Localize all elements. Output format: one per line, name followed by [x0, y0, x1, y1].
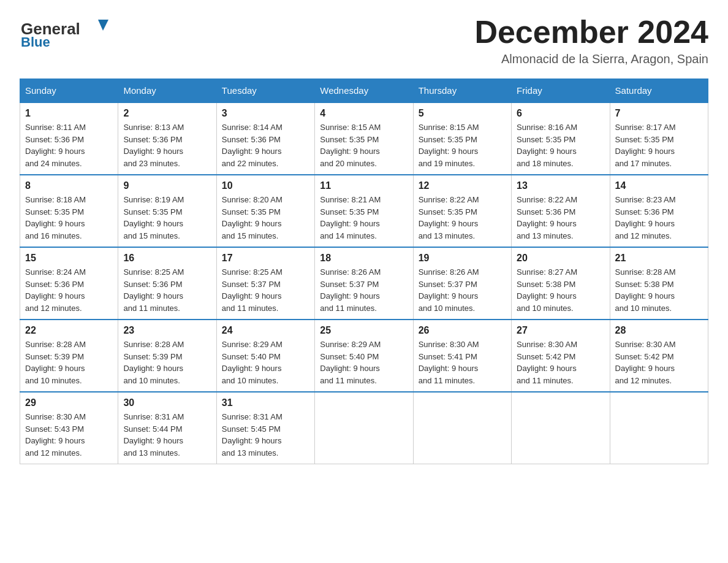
day-info: Sunrise: 8:13 AMSunset: 5:36 PMDaylight:…	[123, 121, 211, 169]
title-section: December 2024 Almonacid de la Sierra, Ar…	[474, 15, 708, 66]
location-title: Almonacid de la Sierra, Aragon, Spain	[474, 52, 708, 66]
day-number: 26	[419, 325, 506, 336]
day-cell-14: 14Sunrise: 8:23 AMSunset: 5:36 PMDayligh…	[610, 175, 708, 247]
day-info: Sunrise: 8:31 AMSunset: 5:44 PMDaylight:…	[123, 411, 211, 459]
day-number: 23	[123, 325, 211, 336]
logo: General Blue	[20, 15, 118, 48]
day-number: 25	[320, 325, 408, 336]
day-cell-2: 2Sunrise: 8:13 AMSunset: 5:36 PMDaylight…	[118, 102, 216, 175]
day-number: 9	[123, 180, 211, 191]
day-cell-17: 17Sunrise: 8:25 AMSunset: 5:37 PMDayligh…	[216, 247, 314, 320]
day-number: 6	[517, 108, 604, 119]
week-row-3: 15Sunrise: 8:24 AMSunset: 5:36 PMDayligh…	[20, 247, 708, 320]
day-info: Sunrise: 8:28 AMSunset: 5:39 PMDaylight:…	[123, 339, 211, 386]
day-cell-23: 23Sunrise: 8:28 AMSunset: 5:39 PMDayligh…	[118, 320, 216, 392]
day-cell-25: 25Sunrise: 8:29 AMSunset: 5:40 PMDayligh…	[315, 320, 413, 392]
header-thursday: Thursday	[413, 79, 511, 103]
week-row-5: 29Sunrise: 8:30 AMSunset: 5:43 PMDayligh…	[20, 392, 708, 464]
day-info: Sunrise: 8:27 AMSunset: 5:38 PMDaylight:…	[517, 266, 604, 314]
day-cell-26: 26Sunrise: 8:30 AMSunset: 5:41 PMDayligh…	[413, 320, 511, 392]
logo-svg: General Blue	[20, 15, 118, 48]
month-title: December 2024	[474, 15, 708, 50]
svg-marker-1	[98, 20, 108, 31]
day-cell-29: 29Sunrise: 8:30 AMSunset: 5:43 PMDayligh…	[20, 392, 118, 464]
day-number: 1	[25, 108, 113, 119]
day-cell-16: 16Sunrise: 8:25 AMSunset: 5:36 PMDayligh…	[118, 247, 216, 320]
day-number: 16	[123, 253, 211, 264]
day-info: Sunrise: 8:22 AMSunset: 5:36 PMDaylight:…	[517, 194, 604, 242]
day-number: 13	[517, 180, 604, 191]
day-info: Sunrise: 8:24 AMSunset: 5:36 PMDaylight:…	[25, 266, 113, 314]
day-number: 31	[222, 397, 309, 408]
day-cell-27: 27Sunrise: 8:30 AMSunset: 5:42 PMDayligh…	[512, 320, 610, 392]
day-info: Sunrise: 8:22 AMSunset: 5:35 PMDaylight:…	[419, 194, 506, 242]
day-info: Sunrise: 8:30 AMSunset: 5:41 PMDaylight:…	[419, 339, 506, 386]
page-header: General Blue December 2024 Almonacid de …	[20, 15, 708, 66]
day-cell-8: 8Sunrise: 8:18 AMSunset: 5:35 PMDaylight…	[20, 175, 118, 247]
day-cell-1: 1Sunrise: 8:11 AMSunset: 5:36 PMDaylight…	[20, 102, 118, 175]
day-number: 30	[123, 397, 211, 408]
day-cell-10: 10Sunrise: 8:20 AMSunset: 5:35 PMDayligh…	[216, 175, 314, 247]
day-info: Sunrise: 8:15 AMSunset: 5:35 PMDaylight:…	[320, 121, 408, 169]
header-friday: Friday	[512, 79, 610, 103]
day-number: 14	[615, 180, 703, 191]
day-cell-12: 12Sunrise: 8:22 AMSunset: 5:35 PMDayligh…	[413, 175, 511, 247]
day-cell-9: 9Sunrise: 8:19 AMSunset: 5:35 PMDaylight…	[118, 175, 216, 247]
day-info: Sunrise: 8:11 AMSunset: 5:36 PMDaylight:…	[25, 121, 113, 169]
header-tuesday: Tuesday	[216, 79, 314, 103]
day-info: Sunrise: 8:30 AMSunset: 5:43 PMDaylight:…	[25, 411, 113, 459]
day-info: Sunrise: 8:14 AMSunset: 5:36 PMDaylight:…	[222, 121, 309, 169]
day-number: 15	[25, 253, 113, 264]
day-cell-20: 20Sunrise: 8:27 AMSunset: 5:38 PMDayligh…	[512, 247, 610, 320]
day-info: Sunrise: 8:29 AMSunset: 5:40 PMDaylight:…	[320, 339, 408, 386]
day-number: 21	[615, 253, 703, 264]
day-number: 3	[222, 108, 309, 119]
day-number: 28	[615, 325, 703, 336]
day-cell-7: 7Sunrise: 8:17 AMSunset: 5:35 PMDaylight…	[610, 102, 708, 175]
day-cell-15: 15Sunrise: 8:24 AMSunset: 5:36 PMDayligh…	[20, 247, 118, 320]
day-number: 29	[25, 397, 113, 408]
day-number: 2	[123, 108, 211, 119]
day-number: 20	[517, 253, 604, 264]
day-number: 17	[222, 253, 309, 264]
weekday-header-row: SundayMondayTuesdayWednesdayThursdayFrid…	[20, 79, 708, 103]
day-cell-13: 13Sunrise: 8:22 AMSunset: 5:36 PMDayligh…	[512, 175, 610, 247]
day-number: 8	[25, 180, 113, 191]
day-number: 19	[419, 253, 506, 264]
day-cell-5: 5Sunrise: 8:15 AMSunset: 5:35 PMDaylight…	[413, 102, 511, 175]
day-info: Sunrise: 8:30 AMSunset: 5:42 PMDaylight:…	[615, 339, 703, 386]
empty-cell	[315, 392, 413, 464]
empty-cell	[610, 392, 708, 464]
week-row-4: 22Sunrise: 8:28 AMSunset: 5:39 PMDayligh…	[20, 320, 708, 392]
day-cell-24: 24Sunrise: 8:29 AMSunset: 5:40 PMDayligh…	[216, 320, 314, 392]
day-info: Sunrise: 8:18 AMSunset: 5:35 PMDaylight:…	[25, 194, 113, 242]
day-number: 4	[320, 108, 408, 119]
day-number: 22	[25, 325, 113, 336]
day-cell-31: 31Sunrise: 8:31 AMSunset: 5:45 PMDayligh…	[216, 392, 314, 464]
day-info: Sunrise: 8:26 AMSunset: 5:37 PMDaylight:…	[320, 266, 408, 314]
day-cell-3: 3Sunrise: 8:14 AMSunset: 5:36 PMDaylight…	[216, 102, 314, 175]
day-cell-19: 19Sunrise: 8:26 AMSunset: 5:37 PMDayligh…	[413, 247, 511, 320]
day-info: Sunrise: 8:19 AMSunset: 5:35 PMDaylight:…	[123, 194, 211, 242]
day-info: Sunrise: 8:25 AMSunset: 5:36 PMDaylight:…	[123, 266, 211, 314]
day-number: 27	[517, 325, 604, 336]
day-info: Sunrise: 8:15 AMSunset: 5:35 PMDaylight:…	[419, 121, 506, 169]
day-info: Sunrise: 8:20 AMSunset: 5:35 PMDaylight:…	[222, 194, 309, 242]
empty-cell	[512, 392, 610, 464]
day-cell-30: 30Sunrise: 8:31 AMSunset: 5:44 PMDayligh…	[118, 392, 216, 464]
day-number: 10	[222, 180, 309, 191]
day-info: Sunrise: 8:26 AMSunset: 5:37 PMDaylight:…	[419, 266, 506, 314]
day-info: Sunrise: 8:17 AMSunset: 5:35 PMDaylight:…	[615, 121, 703, 169]
day-cell-11: 11Sunrise: 8:21 AMSunset: 5:35 PMDayligh…	[315, 175, 413, 247]
day-info: Sunrise: 8:25 AMSunset: 5:37 PMDaylight:…	[222, 266, 309, 314]
empty-cell	[413, 392, 511, 464]
calendar-table: SundayMondayTuesdayWednesdayThursdayFrid…	[20, 79, 708, 464]
day-info: Sunrise: 8:28 AMSunset: 5:38 PMDaylight:…	[615, 266, 703, 314]
header-sunday: Sunday	[20, 79, 118, 103]
day-number: 12	[419, 180, 506, 191]
day-info: Sunrise: 8:23 AMSunset: 5:36 PMDaylight:…	[615, 194, 703, 242]
day-cell-21: 21Sunrise: 8:28 AMSunset: 5:38 PMDayligh…	[610, 247, 708, 320]
week-row-1: 1Sunrise: 8:11 AMSunset: 5:36 PMDaylight…	[20, 102, 708, 175]
day-info: Sunrise: 8:29 AMSunset: 5:40 PMDaylight:…	[222, 339, 309, 386]
day-number: 24	[222, 325, 309, 336]
